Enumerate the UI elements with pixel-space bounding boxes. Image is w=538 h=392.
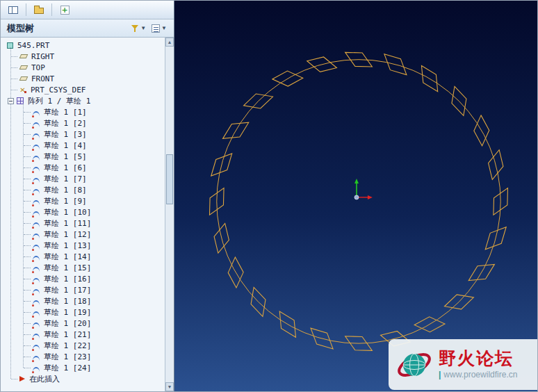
scrollbar-thumb[interactable] (166, 154, 173, 204)
tree-item-label: 草绘 1 [23] (42, 352, 92, 362)
tree-item-label: 草绘 1 [4] (42, 140, 88, 151)
open-folder-button[interactable] (31, 3, 47, 17)
funnel-icon (131, 24, 139, 33)
tree-item-sketch-instance[interactable]: 草绘 1 [5] (5, 151, 165, 162)
tree-display-button[interactable] (5, 3, 22, 17)
tree-item-sketch-instance[interactable]: 草绘 1 [13] (5, 240, 165, 251)
sketch-icon (33, 311, 40, 316)
tree-item-sketch-instance[interactable]: 草绘 1 [24] (5, 362, 165, 373)
tree-item-pattern[interactable]: 阵列 1 / 草绘 1 (5, 95, 165, 106)
tree-item-sketch-instance[interactable]: 草绘 1 [10] (5, 206, 165, 218)
pattern-children: 草绘 1 [1] 草绘 1 [2] 草绘 1 [3] 草绘 1 [4] (5, 106, 165, 373)
tree-item-sketch-instance[interactable]: 草绘 1 [9] (5, 195, 165, 206)
sketch-icon (33, 189, 40, 194)
tree-item-label: 草绘 1 [16] (42, 274, 92, 284)
chevron-down-icon: ▼ (140, 26, 146, 31)
tree-item-sketch-instance[interactable]: 草绘 1 [21] (5, 329, 165, 340)
tree-item-label: 草绘 1 [21] (42, 329, 92, 340)
sketch-icon (33, 111, 40, 116)
sketch-icon (33, 133, 40, 138)
new-object-button[interactable]: + (56, 3, 73, 17)
sketch-icon (33, 322, 40, 327)
sketch-icon (33, 200, 40, 205)
sketch-icon (33, 267, 40, 272)
tree-item-sketch-instance[interactable]: 草绘 1 [15] (5, 262, 165, 273)
tree-item-label: 阵列 1 / 草绘 1 (26, 96, 92, 106)
sketch-icon (33, 367, 40, 372)
watermark-text: 野火论坛 |www.proewildfire.cn (439, 349, 517, 380)
tree-item-sketch-instance[interactable]: 草绘 1 [19] (5, 307, 165, 318)
tree-item-label: 草绘 1 [7] (42, 174, 88, 184)
scroll-down-icon[interactable]: ▼ (165, 382, 174, 391)
toolbar-separator (51, 3, 52, 16)
tree-item-sketch-instance[interactable]: 草绘 1 [1] (5, 106, 165, 117)
tree-item-icon (19, 76, 28, 81)
tree-item-feature[interactable]: RIGHT (5, 51, 165, 62)
tree-item-sketch-instance[interactable]: 草绘 1 [6] (5, 162, 165, 173)
tree-item-sketch-instance[interactable]: 草绘 1 [8] (5, 184, 165, 195)
tree-item-label: TOP (30, 63, 47, 72)
insert-here-item[interactable]: 在此插入 (5, 373, 165, 384)
x-axis-arrowhead (368, 195, 373, 199)
tree-item-label: 草绘 1 [24] (42, 363, 92, 373)
tree-item-label: 草绘 1 [3] (42, 129, 88, 140)
tree-item-label: 草绘 1 [6] (42, 163, 88, 173)
tree-title: 模型树 (7, 22, 34, 35)
sketch-icon (33, 345, 40, 350)
scroll-up-icon[interactable]: ▲ (165, 38, 174, 47)
tree-item-label: 草绘 1 [10] (42, 207, 92, 218)
tree-root-children: RIGHT TOP FRONT PRT_CSYS_DEF (5, 51, 165, 384)
tree-item-label: 草绘 1 [19] (42, 307, 92, 318)
viewport-3d[interactable]: 野火论坛 |www.proewildfire.cn (174, 1, 537, 391)
tree-item-label: 草绘 1 [15] (42, 263, 92, 273)
tree-filter-button[interactable]: ▼ (129, 22, 149, 35)
tree-item-sketch-instance[interactable]: 草绘 1 [3] (5, 129, 165, 140)
tree-toolbar: + (1, 1, 174, 19)
watermark: 野火论坛 |www.proewildfire.cn (389, 339, 537, 390)
tree-item-label: 在此插入 (28, 374, 61, 384)
sketch-icon (33, 222, 40, 227)
tree-item-sketch-instance[interactable]: 草绘 1 [16] (5, 273, 165, 284)
tree-item-sketch-instance[interactable]: 草绘 1 [2] (5, 117, 165, 129)
tree-item-icon (19, 86, 26, 94)
tree-item-label: RIGHT (30, 52, 56, 61)
sketch-icon (33, 145, 40, 149)
tree-item-label: 545.PRT (16, 41, 51, 50)
panes-icon (8, 6, 18, 14)
tree-root-item[interactable]: 545.PRT (5, 40, 165, 51)
tree-item-sketch-instance[interactable]: 草绘 1 [20] (5, 318, 165, 329)
collapse-icon[interactable] (8, 98, 14, 104)
tree-item-label: 草绘 1 [13] (42, 240, 92, 251)
tree-item-feature[interactable]: FRONT (5, 73, 165, 84)
tree-item-label: PRT_CSYS_DEF (29, 85, 87, 95)
tree-item-sketch-instance[interactable]: 草绘 1 [4] (5, 140, 165, 151)
model-tree: 545.PRT RIGHT TOP FRONT (1, 38, 165, 391)
tree-item-sketch-instance[interactable]: 草绘 1 [12] (5, 229, 165, 240)
tree-settings-button[interactable]: ▼ (149, 22, 170, 35)
tree-item-sketch-instance[interactable]: 草绘 1 [11] (5, 218, 165, 229)
list-icon (152, 24, 160, 33)
folder-icon (34, 8, 44, 14)
tree-item-sketch-instance[interactable]: 草绘 1 [23] (5, 351, 165, 362)
tree-scrollbar[interactable]: ▲ ▼ (165, 38, 174, 391)
tree-item-feature[interactable]: TOP (5, 62, 165, 73)
sketch-icon (33, 278, 40, 283)
tree-item-sketch-instance[interactable]: 草绘 1 [18] (5, 295, 165, 307)
tree-item-label: FRONT (30, 74, 56, 83)
divider: | (439, 370, 441, 379)
tree-item-feature[interactable]: PRT_CSYS_DEF (5, 84, 165, 95)
y-axis-arrowhead (354, 179, 359, 183)
sketch-icon (33, 289, 40, 294)
sketch-icon (33, 300, 40, 305)
pattern-geometry (174, 1, 537, 391)
tree-item-label: 草绘 1 [1] (42, 107, 88, 117)
tree-item-icon (19, 54, 28, 58)
toolbar-separator (26, 3, 26, 16)
tree-item-sketch-instance[interactable]: 草绘 1 [22] (5, 340, 165, 351)
tree-item-sketch-instance[interactable]: 草绘 1 [17] (5, 284, 165, 295)
tree-item-label: 草绘 1 [12] (42, 229, 92, 240)
tree-item-sketch-instance[interactable]: 草绘 1 [14] (5, 251, 165, 262)
sketch-icon (33, 178, 40, 183)
tree-container: 545.PRT RIGHT TOP FRONT (1, 38, 174, 391)
tree-item-sketch-instance[interactable]: 草绘 1 [7] (5, 173, 165, 184)
